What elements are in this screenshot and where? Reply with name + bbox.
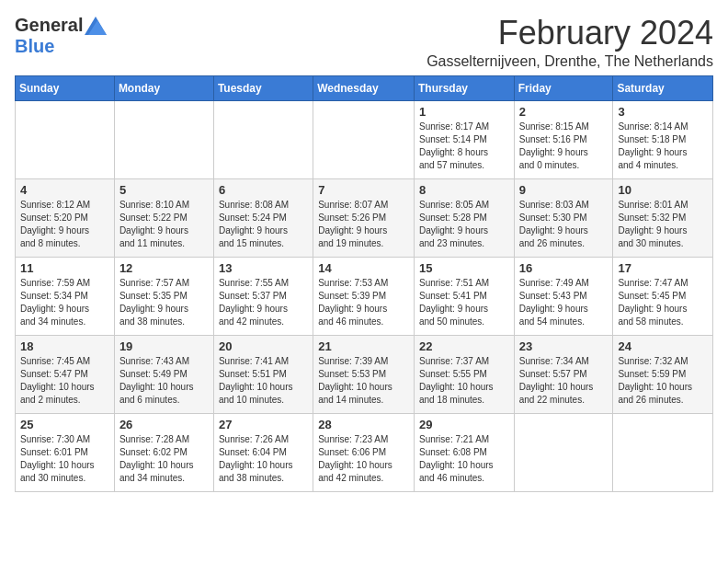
table-row: 6Sunrise: 8:08 AM Sunset: 5:24 PM Daylig… [213, 178, 313, 257]
table-row [114, 100, 213, 178]
table-row: 24Sunrise: 7:32 AM Sunset: 5:59 PM Dayli… [613, 335, 713, 413]
day-info: Sunrise: 7:43 AM Sunset: 5:49 PM Dayligh… [119, 355, 209, 407]
location-title: Gasselternijveen, Drenthe, The Netherlan… [427, 53, 713, 70]
day-number: 4 [20, 183, 109, 197]
calendar-week-4: 18Sunrise: 7:45 AM Sunset: 5:47 PM Dayli… [16, 335, 713, 413]
calendar-week-3: 11Sunrise: 7:59 AM Sunset: 5:34 PM Dayli… [16, 257, 713, 335]
day-info: Sunrise: 7:39 AM Sunset: 5:53 PM Dayligh… [318, 355, 409, 407]
day-info: Sunrise: 8:01 AM Sunset: 5:32 PM Dayligh… [618, 199, 708, 250]
header-sunday: Sunday [16, 75, 115, 100]
table-row: 18Sunrise: 7:45 AM Sunset: 5:47 PM Dayli… [16, 335, 115, 413]
table-row: 8Sunrise: 8:05 AM Sunset: 5:28 PM Daylig… [414, 178, 514, 257]
page-header: General Blue February 2024 Gasselternijv… [15, 15, 713, 70]
table-row: 29Sunrise: 7:21 AM Sunset: 6:08 PM Dayli… [414, 413, 514, 491]
header-friday: Friday [514, 75, 613, 100]
day-number: 21 [318, 339, 409, 353]
day-info: Sunrise: 7:30 AM Sunset: 6:01 PM Dayligh… [20, 433, 109, 485]
day-number: 9 [519, 183, 609, 197]
day-info: Sunrise: 8:17 AM Sunset: 5:14 PM Dayligh… [419, 121, 509, 172]
day-info: Sunrise: 8:03 AM Sunset: 5:30 PM Dayligh… [519, 199, 609, 250]
day-number: 23 [519, 339, 609, 353]
day-number: 6 [219, 183, 308, 197]
table-row [613, 413, 713, 491]
table-row: 4Sunrise: 8:12 AM Sunset: 5:20 PM Daylig… [16, 178, 115, 257]
day-number: 3 [618, 105, 708, 119]
table-row [313, 100, 415, 178]
day-info: Sunrise: 7:23 AM Sunset: 6:06 PM Dayligh… [318, 433, 409, 485]
calendar-week-2: 4Sunrise: 8:12 AM Sunset: 5:20 PM Daylig… [16, 178, 713, 257]
day-info: Sunrise: 8:05 AM Sunset: 5:28 PM Dayligh… [419, 199, 509, 250]
day-info: Sunrise: 7:51 AM Sunset: 5:41 PM Dayligh… [419, 277, 509, 328]
table-row: 26Sunrise: 7:28 AM Sunset: 6:02 PM Dayli… [114, 413, 213, 491]
day-number: 10 [618, 183, 708, 197]
day-number: 29 [419, 418, 509, 431]
day-number: 18 [20, 339, 109, 353]
logo: General Blue [15, 15, 107, 57]
day-number: 12 [119, 261, 209, 275]
table-row: 11Sunrise: 7:59 AM Sunset: 5:34 PM Dayli… [16, 257, 115, 335]
day-info: Sunrise: 7:32 AM Sunset: 5:59 PM Dayligh… [618, 355, 708, 407]
table-row: 7Sunrise: 8:07 AM Sunset: 5:26 PM Daylig… [313, 178, 415, 257]
table-row: 22Sunrise: 7:37 AM Sunset: 5:55 PM Dayli… [414, 335, 514, 413]
day-info: Sunrise: 7:26 AM Sunset: 6:04 PM Dayligh… [219, 433, 308, 485]
day-number: 13 [219, 261, 308, 275]
day-info: Sunrise: 7:45 AM Sunset: 5:47 PM Dayligh… [20, 355, 109, 407]
day-info: Sunrise: 7:47 AM Sunset: 5:45 PM Dayligh… [618, 277, 708, 328]
table-row: 2Sunrise: 8:15 AM Sunset: 5:16 PM Daylig… [514, 100, 613, 178]
day-number: 22 [419, 339, 509, 353]
table-row: 10Sunrise: 8:01 AM Sunset: 5:32 PM Dayli… [613, 178, 713, 257]
table-row: 14Sunrise: 7:53 AM Sunset: 5:39 PM Dayli… [313, 257, 415, 335]
day-number: 20 [219, 339, 308, 353]
table-row: 15Sunrise: 7:51 AM Sunset: 5:41 PM Dayli… [414, 257, 514, 335]
table-row: 13Sunrise: 7:55 AM Sunset: 5:37 PM Dayli… [213, 257, 313, 335]
table-row: 27Sunrise: 7:26 AM Sunset: 6:04 PM Dayli… [213, 413, 313, 491]
logo-general-text: General [15, 15, 83, 36]
table-row: 28Sunrise: 7:23 AM Sunset: 6:06 PM Dayli… [313, 413, 415, 491]
header-thursday: Thursday [414, 75, 514, 100]
day-number: 27 [219, 418, 308, 431]
day-number: 14 [318, 261, 409, 275]
table-row: 17Sunrise: 7:47 AM Sunset: 5:45 PM Dayli… [613, 257, 713, 335]
header-wednesday: Wednesday [313, 75, 415, 100]
day-info: Sunrise: 7:37 AM Sunset: 5:55 PM Dayligh… [419, 355, 509, 407]
day-info: Sunrise: 7:21 AM Sunset: 6:08 PM Dayligh… [419, 433, 509, 485]
header-tuesday: Tuesday [213, 75, 313, 100]
day-info: Sunrise: 7:53 AM Sunset: 5:39 PM Dayligh… [318, 277, 409, 328]
day-number: 11 [20, 261, 109, 275]
day-info: Sunrise: 7:34 AM Sunset: 5:57 PM Dayligh… [519, 355, 609, 407]
month-title: February 2024 [427, 15, 713, 52]
day-number: 5 [119, 183, 209, 197]
header-monday: Monday [114, 75, 213, 100]
table-row [213, 100, 313, 178]
table-row: 9Sunrise: 8:03 AM Sunset: 5:30 PM Daylig… [514, 178, 613, 257]
day-info: Sunrise: 7:49 AM Sunset: 5:43 PM Dayligh… [519, 277, 609, 328]
logo-icon [85, 17, 107, 35]
day-number: 2 [519, 105, 609, 119]
calendar-week-1: 1Sunrise: 8:17 AM Sunset: 5:14 PM Daylig… [16, 100, 713, 178]
day-number: 15 [419, 261, 509, 275]
day-number: 8 [419, 183, 509, 197]
table-row: 5Sunrise: 8:10 AM Sunset: 5:22 PM Daylig… [114, 178, 213, 257]
table-row: 21Sunrise: 7:39 AM Sunset: 5:53 PM Dayli… [313, 335, 415, 413]
day-number: 24 [618, 339, 708, 353]
day-info: Sunrise: 7:41 AM Sunset: 5:51 PM Dayligh… [219, 355, 308, 407]
table-row: 23Sunrise: 7:34 AM Sunset: 5:57 PM Dayli… [514, 335, 613, 413]
day-info: Sunrise: 7:57 AM Sunset: 5:35 PM Dayligh… [119, 277, 209, 328]
table-row [514, 413, 613, 491]
table-row: 19Sunrise: 7:43 AM Sunset: 5:49 PM Dayli… [114, 335, 213, 413]
day-number: 19 [119, 339, 209, 353]
day-info: Sunrise: 7:59 AM Sunset: 5:34 PM Dayligh… [20, 277, 109, 328]
title-section: February 2024 Gasselternijveen, Drenthe,… [427, 15, 713, 70]
logo-blue-text: Blue [15, 36, 54, 56]
day-info: Sunrise: 7:28 AM Sunset: 6:02 PM Dayligh… [119, 433, 209, 485]
day-info: Sunrise: 7:55 AM Sunset: 5:37 PM Dayligh… [219, 277, 308, 328]
table-row [16, 100, 115, 178]
calendar-week-5: 25Sunrise: 7:30 AM Sunset: 6:01 PM Dayli… [16, 413, 713, 491]
day-number: 16 [519, 261, 609, 275]
table-row: 12Sunrise: 7:57 AM Sunset: 5:35 PM Dayli… [114, 257, 213, 335]
day-info: Sunrise: 8:08 AM Sunset: 5:24 PM Dayligh… [219, 199, 308, 250]
day-info: Sunrise: 8:14 AM Sunset: 5:18 PM Dayligh… [618, 121, 708, 172]
day-number: 7 [318, 183, 409, 197]
day-number: 17 [618, 261, 708, 275]
day-number: 28 [318, 418, 409, 431]
